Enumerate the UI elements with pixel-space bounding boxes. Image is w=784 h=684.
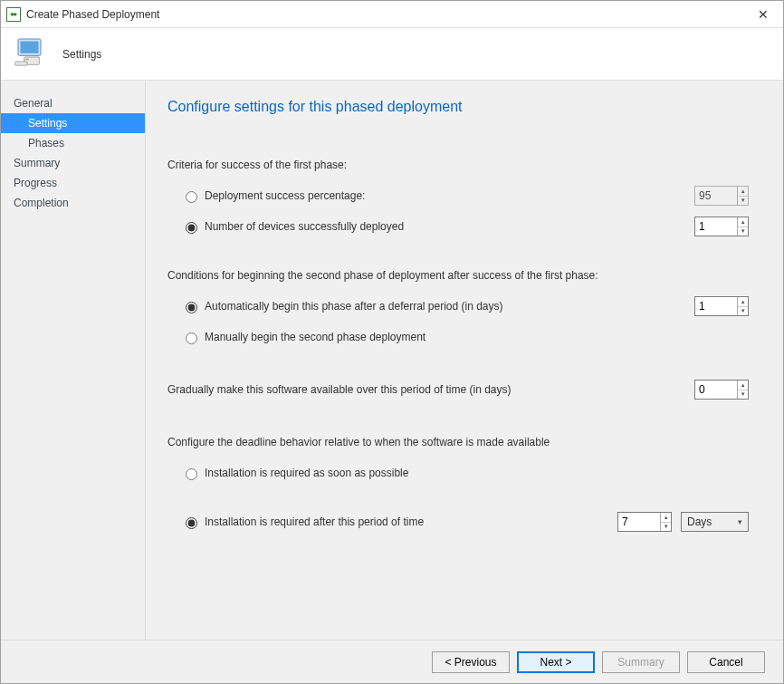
select-time-unit-value: Days bbox=[687, 515, 712, 528]
sidebar-item-summary[interactable]: Summary bbox=[1, 153, 145, 173]
row-install-asap: Installation is required as soon as poss… bbox=[181, 461, 749, 485]
label-device-count[interactable]: Number of devices successfully deployed bbox=[205, 220, 617, 233]
label-auto-begin[interactable]: Automatically begin this phase after a d… bbox=[205, 300, 617, 313]
radio-auto-begin[interactable] bbox=[186, 302, 197, 313]
chevron-down-icon: ▾ bbox=[738, 517, 742, 526]
arrow-up-icon[interactable]: ▲ bbox=[738, 381, 748, 390]
sidebar-item-general[interactable]: General bbox=[1, 93, 145, 113]
row-gradual: Gradually make this software available o… bbox=[167, 380, 749, 400]
wizard-header: Settings bbox=[1, 28, 783, 81]
app-icon: ⬌ bbox=[6, 7, 21, 22]
previous-button[interactable]: < Previous bbox=[432, 651, 510, 673]
conditions-label: Conditions for beginning the second phas… bbox=[167, 269, 749, 282]
arrow-down-icon[interactable]: ▼ bbox=[738, 307, 748, 316]
svg-rect-1 bbox=[21, 42, 39, 53]
radio-manual-begin[interactable] bbox=[186, 332, 197, 344]
row-install-after: Installation is required after this peri… bbox=[181, 510, 749, 534]
wizard-footer: < Previous Next > Summary Cancel bbox=[1, 640, 783, 683]
select-time-unit[interactable]: Days ▾ bbox=[681, 512, 749, 532]
radio-device-count[interactable] bbox=[186, 222, 197, 234]
spinner-gradual-days[interactable]: ▲▼ bbox=[694, 380, 749, 400]
close-button[interactable]: ✕ bbox=[742, 1, 783, 28]
wizard-window: ⬌ Create Phased Deployment ✕ Settings Ge… bbox=[0, 0, 784, 684]
wizard-main: Configure settings for this phased deplo… bbox=[146, 81, 783, 640]
sidebar-item-phases[interactable]: Phases bbox=[1, 133, 145, 153]
radio-install-asap[interactable] bbox=[186, 468, 197, 480]
input-gradual-days[interactable] bbox=[695, 381, 737, 399]
gradual-label: Gradually make this software available o… bbox=[167, 383, 617, 396]
page-heading: Configure settings for this phased deplo… bbox=[167, 99, 749, 115]
summary-button: Summary bbox=[602, 651, 680, 673]
header-page-name: Settings bbox=[62, 48, 101, 61]
spinner-install-after[interactable]: ▲▼ bbox=[617, 512, 672, 532]
arrow-up-icon: ▲ bbox=[738, 187, 748, 197]
arrow-up-icon[interactable]: ▲ bbox=[738, 217, 748, 227]
arrow-up-icon[interactable]: ▲ bbox=[738, 297, 748, 307]
titlebar: ⬌ Create Phased Deployment ✕ bbox=[1, 1, 783, 28]
label-success-percentage[interactable]: Deployment success percentage: bbox=[205, 189, 617, 202]
next-button[interactable]: Next > bbox=[517, 651, 595, 673]
input-install-after[interactable] bbox=[618, 513, 660, 531]
row-success-percentage: Deployment success percentage: ▲▼ bbox=[181, 184, 749, 207]
arrow-down-icon[interactable]: ▼ bbox=[738, 390, 748, 400]
spinner-arrows[interactable]: ▲▼ bbox=[737, 217, 748, 236]
sidebar-item-settings[interactable]: Settings bbox=[1, 113, 145, 133]
arrow-down-icon[interactable]: ▼ bbox=[661, 523, 671, 532]
row-manual-begin: Manually begin the second phase deployme… bbox=[181, 325, 749, 349]
input-device-count[interactable] bbox=[695, 217, 737, 236]
label-install-asap[interactable]: Installation is required as soon as poss… bbox=[205, 467, 749, 479]
spinner-arrows[interactable]: ▲▼ bbox=[660, 513, 671, 531]
sidebar-item-completion[interactable]: Completion bbox=[1, 193, 145, 213]
spinner-device-count[interactable]: ▲▼ bbox=[694, 217, 749, 236]
radio-success-percentage[interactable] bbox=[186, 191, 197, 203]
arrow-down-icon[interactable]: ▼ bbox=[738, 227, 748, 236]
arrow-up-icon[interactable]: ▲ bbox=[661, 513, 671, 523]
cancel-button[interactable]: Cancel bbox=[687, 651, 765, 673]
svg-rect-3 bbox=[25, 59, 28, 61]
input-success-percentage bbox=[695, 187, 737, 205]
radio-install-after[interactable] bbox=[186, 517, 197, 529]
svg-rect-4 bbox=[15, 62, 27, 65]
spinner-arrows: ▲▼ bbox=[737, 187, 748, 205]
row-device-count: Number of devices successfully deployed … bbox=[181, 215, 749, 238]
sidebar-item-progress[interactable]: Progress bbox=[1, 173, 145, 193]
spinner-success-percentage: ▲▼ bbox=[694, 186, 749, 206]
criteria-label: Criteria for success of the first phase: bbox=[167, 159, 749, 171]
row-auto-begin: Automatically begin this phase after a d… bbox=[181, 294, 749, 318]
label-install-after[interactable]: Installation is required after this peri… bbox=[205, 515, 608, 528]
deadline-label: Configure the deadline behavior relative… bbox=[167, 436, 749, 448]
computer-icon bbox=[14, 34, 50, 73]
wizard-body: General Settings Phases Summary Progress… bbox=[1, 81, 783, 640]
arrow-down-icon: ▼ bbox=[738, 197, 748, 206]
spinner-arrows[interactable]: ▲▼ bbox=[737, 381, 748, 399]
spinner-arrows[interactable]: ▲▼ bbox=[737, 297, 748, 315]
wizard-sidebar: General Settings Phases Summary Progress… bbox=[1, 81, 146, 640]
window-title: Create Phased Deployment bbox=[26, 8, 159, 21]
label-manual-begin[interactable]: Manually begin the second phase deployme… bbox=[205, 331, 749, 343]
spinner-deferral-days[interactable]: ▲▼ bbox=[694, 296, 749, 316]
input-deferral-days[interactable] bbox=[695, 297, 737, 315]
